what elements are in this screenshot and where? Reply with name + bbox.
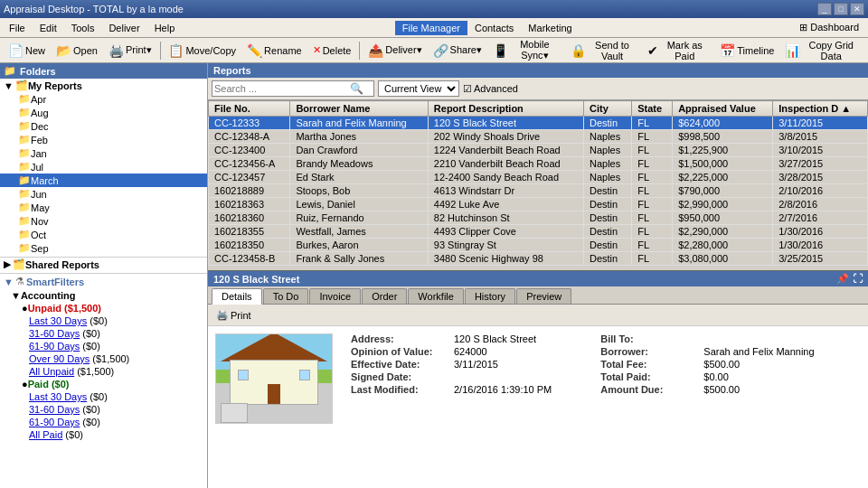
share-button[interactable]: 🔗Share▾: [429, 41, 486, 61]
move-copy-button[interactable]: 📋Move/Copy: [164, 41, 241, 61]
menu-marketing[interactable]: Marketing: [521, 21, 579, 35]
cell-fileNo: CC-123458-B: [209, 252, 290, 266]
col-file-no[interactable]: File No.: [209, 101, 290, 117]
sidebar-item-dec[interactable]: 📁 Dec: [0, 119, 207, 133]
31-60-unpaid[interactable]: 31-60 Days ($0): [22, 327, 207, 340]
timeline-button[interactable]: 📅Timeline: [715, 41, 778, 61]
reports-table-wrap[interactable]: File No. Borrower Name Report Descriptio…: [208, 100, 868, 270]
sidebar-item-sep[interactable]: 📁 Sep: [0, 241, 207, 255]
col-borrower[interactable]: Borrower Name: [290, 101, 428, 117]
property-image: [215, 333, 333, 424]
detail-tab-bar: Details To Do Invoice Order Workfile His…: [208, 286, 868, 305]
sidebar-item-oct[interactable]: 📁 Oct: [0, 228, 207, 241]
menu-edit[interactable]: Edit: [33, 21, 64, 35]
table-row[interactable]: CC-123400Dan Crawford1224 Vanderbilt Bea…: [209, 144, 868, 157]
table-row[interactable]: 160218350Burkes, Aaron93 Stingray StDest…: [209, 239, 868, 252]
table-row[interactable]: CC-12333Sarah and Felix Manning120 S Bla…: [209, 117, 868, 130]
tab-preview[interactable]: Preview: [516, 288, 571, 304]
col-value[interactable]: Appraised Value: [673, 101, 773, 117]
col-date[interactable]: Inspection D ▲: [773, 101, 868, 117]
folder-icon: 🗂️: [13, 258, 25, 270]
tab-todo[interactable]: To Do: [263, 288, 309, 304]
deliver-button[interactable]: 📤Deliver▾: [363, 41, 426, 61]
tab-workfile[interactable]: Workfile: [408, 288, 464, 304]
menu-file-manager[interactable]: File Manager: [395, 21, 467, 35]
sidebar-item-feb[interactable]: 📁 Feb: [0, 133, 207, 146]
open-button[interactable]: 📂Open: [52, 41, 102, 61]
accounting-expand: ▼: [11, 290, 21, 301]
pin-icon[interactable]: 📌: [836, 273, 849, 285]
reports-table: File No. Borrower Name Report Descriptio…: [208, 100, 868, 266]
close-button[interactable]: ✕: [850, 3, 864, 15]
all-paid[interactable]: All Paid ($0): [22, 428, 207, 441]
menu-file[interactable]: File: [2, 21, 33, 35]
tab-invoice[interactable]: Invoice: [309, 288, 361, 304]
table-row[interactable]: 160218360Ruiz, Fernando82 Hutchinson StD…: [209, 211, 868, 225]
print-button[interactable]: 🖨️Print▾: [104, 41, 156, 61]
mobile-sync-button[interactable]: 📱Mobile Sync▾: [488, 36, 564, 64]
my-reports-node[interactable]: ▼ 🗂️ My Reports: [0, 79, 207, 92]
address-label: Address:: [351, 333, 450, 344]
sidebar-item-aug[interactable]: 📁 Aug: [0, 106, 207, 119]
sidebar-item-jan[interactable]: 📁 Jan: [0, 146, 207, 160]
unpaid-header[interactable]: ● Unpaid ($1,500): [22, 302, 207, 314]
menu-deliver[interactable]: Deliver: [101, 21, 146, 35]
table-row[interactable]: 160218363Lewis, Daniel4492 Luke AveDesti…: [209, 198, 868, 211]
sidebar-item-nov[interactable]: 📁 Nov: [0, 214, 207, 228]
smart-filters-header[interactable]: ▼ ⚗ SmartFilters: [0, 274, 207, 289]
61-90-unpaid[interactable]: 61-90 Days ($0): [22, 340, 207, 352]
table-row[interactable]: CC-123458-BFrank & Sally Jones3480 Sceni…: [209, 252, 868, 266]
paid-header[interactable]: ● Paid ($0): [22, 378, 207, 390]
mark-as-paid-button[interactable]: ✔Mark as Paid: [643, 37, 713, 64]
copy-grid-data-button[interactable]: 📊Copy Grid Data: [780, 37, 864, 64]
cell-borrower: Ruiz, Fernando: [290, 211, 428, 225]
search-input[interactable]: [214, 83, 350, 94]
billto-label: Bill To:: [600, 333, 700, 344]
col-state[interactable]: State: [632, 101, 673, 117]
sidebar-item-march[interactable]: 📁 March: [0, 174, 207, 187]
cell-value: $1,500,000: [673, 157, 773, 171]
folder-icon: 📁: [18, 161, 31, 173]
cell-city: Destin: [584, 252, 632, 266]
col-description[interactable]: Report Description: [428, 101, 583, 117]
61-90-paid[interactable]: 61-90 Days ($0): [22, 416, 207, 428]
table-row[interactable]: CC-12348-AMartha Jones202 Windy Shoals D…: [209, 130, 868, 144]
view-select[interactable]: Current View All Fields: [378, 80, 459, 97]
table-row[interactable]: 160218889Stoops, Bob4613 Windstarr DrDes…: [209, 184, 868, 198]
sidebar-item-apr[interactable]: 📁 Apr: [0, 92, 207, 106]
tab-details[interactable]: Details: [212, 288, 262, 305]
cell-state: FL: [632, 239, 673, 252]
menu-contacts[interactable]: Contacts: [467, 21, 521, 35]
over-90-unpaid[interactable]: Over 90 Days ($1,500): [22, 352, 207, 365]
shared-reports-node[interactable]: ▶ 🗂️ Shared Reports: [0, 258, 207, 271]
tab-history[interactable]: History: [465, 288, 515, 304]
expand-icon: ▼: [4, 80, 14, 91]
cell-value: $950,000: [673, 211, 773, 225]
menu-help[interactable]: Help: [147, 21, 183, 35]
minimize-button[interactable]: _: [817, 3, 832, 15]
sidebar-item-jun[interactable]: 📁 Jun: [0, 187, 207, 201]
accounting-label[interactable]: ▼ Accounting: [11, 289, 207, 302]
table-row[interactable]: 160218355Westfall, James4493 Clipper Cov…: [209, 225, 868, 239]
delete-button[interactable]: ✕Delete: [308, 42, 356, 59]
table-row[interactable]: CC-123456-ABrandy Meadows2210 Vanderbilt…: [209, 157, 868, 171]
table-row[interactable]: CC-123457Ed Stark12-2400 Sandy Beach Roa…: [209, 171, 868, 184]
tab-order[interactable]: Order: [362, 288, 407, 304]
menu-dashboard[interactable]: ⊞ Dashboard: [792, 20, 866, 35]
menu-tools[interactable]: Tools: [64, 21, 102, 35]
new-button[interactable]: 📄New: [4, 41, 50, 61]
last-30-paid[interactable]: Last 30 Days ($0): [22, 390, 207, 403]
rename-button[interactable]: ✏️Rename: [242, 41, 307, 61]
expand-icon[interactable]: ⛶: [853, 273, 863, 285]
advanced-button[interactable]: ☑ Advanced: [463, 83, 518, 95]
all-unpaid[interactable]: All Unpaid ($1,500): [22, 365, 207, 378]
sidebar-item-jul[interactable]: 📁 Jul: [0, 160, 207, 174]
maximize-button[interactable]: □: [834, 3, 848, 15]
31-60-paid[interactable]: 31-60 Days ($0): [22, 403, 207, 416]
last-30-unpaid[interactable]: Last 30 Days ($0): [22, 314, 207, 327]
detail-print-button[interactable]: 🖨️ Print: [212, 306, 256, 324]
col-city[interactable]: City: [584, 101, 632, 117]
send-to-vault-button[interactable]: 🔒Send to Vault: [566, 37, 641, 64]
sidebar-item-may[interactable]: 📁 May: [0, 201, 207, 214]
sidebar-scroll[interactable]: ▼ 🗂️ My Reports 📁 Apr 📁 Aug 📁 Dec 📁 Feb: [0, 79, 207, 488]
